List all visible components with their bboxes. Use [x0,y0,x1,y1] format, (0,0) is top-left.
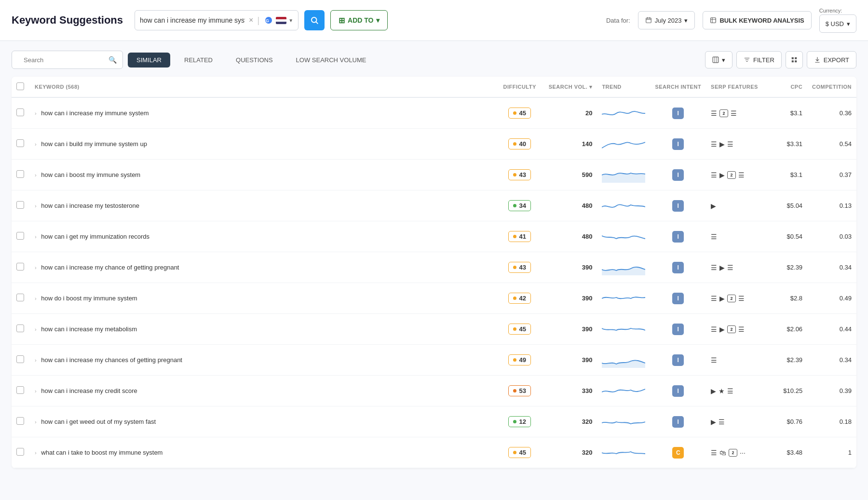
row-checkbox[interactable] [16,448,24,456]
trend-sparkline [602,381,645,399]
expand-arrow-icon[interactable]: › [35,203,37,209]
serp-video-icon: ▶ [711,387,716,395]
search-button[interactable] [304,10,325,30]
expand-arrow-icon[interactable]: › [35,110,37,116]
intent-badge: I [672,138,684,150]
intent-cell: I [650,314,706,345]
comp-cell: 0.49 [807,283,856,314]
table-row: › how can i increase my metabolism 45 39… [12,314,856,345]
intent-cell: I [650,160,706,190]
cpc-value: $3.1 [790,171,802,178]
trend-cell [597,252,650,283]
difficulty-dot [513,451,516,454]
row-checkbox[interactable] [16,355,24,363]
trend-cell [597,221,650,252]
difficulty-badge: 41 [508,231,530,242]
row-checkbox[interactable] [16,201,24,209]
expand-arrow-icon[interactable]: › [35,141,37,147]
col-header-keyword: KEYWORD (568) [30,77,496,97]
volume-cell: 390 [544,345,597,376]
keyword-cell: › what can i take to boost my immune sys… [30,437,496,468]
currency-selector[interactable]: $ USD ▾ [819,14,856,33]
serp-lines-icon: ☰ [711,109,717,117]
filter-button[interactable]: FILTER [736,51,782,68]
volume-value: 140 [582,140,593,148]
difficulty-badge: 43 [508,169,530,180]
row-checkbox[interactable] [16,386,24,394]
date-picker-button[interactable]: July 2023 ▾ [638,11,695,29]
keyword-cell: › how can i increase my testosterone [30,190,496,221]
difficulty-badge: 43 [508,262,530,273]
add-to-button[interactable]: ⊞ ADD TO ▾ [330,10,388,30]
row-checkbox[interactable] [16,294,24,301]
difficulty-cell: 43 [496,160,544,190]
volume-value: 390 [582,325,593,333]
filter-search-input[interactable] [18,51,105,69]
comp-value: 0.37 [840,171,852,178]
clear-search-icon[interactable]: × [249,16,253,25]
select-all-checkbox[interactable] [16,82,24,90]
row-checkbox[interactable] [16,417,24,425]
trend-sparkline [602,289,645,306]
serp-cell: ▶☰ [706,406,769,437]
expand-arrow-icon[interactable]: › [35,172,37,178]
tab-low-volume[interactable]: LOW SEARCH VOLUME [287,52,376,68]
keyword-text: how can i increase my immune system [41,109,149,117]
serp-cell: ☰2☰ [706,97,769,129]
export-icon [814,56,821,63]
col-header-difficulty: DIFFICULTY [496,77,544,97]
serp-video-icon: ▶ [711,202,716,210]
trend-sparkline [602,196,645,214]
filter-search-container: 🔍 [12,51,123,69]
col-header-vol[interactable]: SEARCH VOL. ▾ [544,77,597,97]
trend-sparkline [602,135,645,152]
columns-button[interactable]: ▾ [705,51,732,68]
difficulty-cell: 41 [496,221,544,252]
expand-arrow-icon[interactable]: › [35,450,37,456]
serp-cell: ☰▶2☰ [706,283,769,314]
keyword-search-input[interactable] [140,16,245,24]
tab-questions[interactable]: QUESTIONS [227,52,282,68]
expand-arrow-icon[interactable]: › [35,296,37,301]
row-checkbox[interactable] [16,139,24,147]
intent-cell: I [650,221,706,252]
country-selector[interactable]: G ▼ [263,16,293,24]
serp-more-icon: ··· [740,449,746,457]
difficulty-badge: 45 [508,108,530,119]
trend-sparkline [602,104,645,121]
expand-arrow-icon[interactable]: › [35,234,37,240]
row-checkbox[interactable] [16,108,24,116]
keyword-cell: › how can i get my immunization records [30,221,496,252]
difficulty-dot [513,420,516,423]
grid-view-button[interactable] [786,51,803,68]
row-checkbox[interactable] [16,170,24,178]
tab-similar[interactable]: SIMILAR [128,53,170,68]
difficulty-cell: 45 [496,437,544,468]
export-button[interactable]: EXPORT [807,51,856,68]
row-checkbox[interactable] [16,232,24,240]
row-checkbox[interactable] [16,263,24,270]
expand-arrow-icon[interactable]: › [35,419,37,425]
difficulty-badge: 53 [508,385,530,396]
add-to-chevron-icon: ▾ [376,16,380,24]
expand-arrow-icon[interactable]: › [35,357,37,363]
filter-label: FILTER [753,56,774,64]
add-to-label: ADD TO [348,16,373,24]
volume-cell: 480 [544,221,597,252]
comp-cell: 0.34 [807,252,856,283]
row-checkbox[interactable] [16,324,24,332]
keyword-text: how can i increase my chance of getting … [41,264,179,271]
table-row: › how can i increase my testosterone 34 … [12,190,856,221]
expand-arrow-icon[interactable]: › [35,265,37,270]
expand-arrow-icon[interactable]: › [35,388,37,394]
serp-box2-icon: 2 [727,325,736,333]
expand-arrow-icon[interactable]: › [35,326,37,332]
bulk-analysis-button[interactable]: BULK KEYWORD ANALYSIS [703,11,811,29]
trend-sparkline [602,412,645,430]
export-label: EXPORT [824,56,849,64]
tab-related[interactable]: RELATED [175,52,222,68]
serp-video-icon: ▶ [719,295,725,302]
keyword-cell: › how can i increase my immune system [30,97,496,129]
intent-cell: I [650,97,706,129]
currency-chevron-icon: ▾ [847,20,850,27]
